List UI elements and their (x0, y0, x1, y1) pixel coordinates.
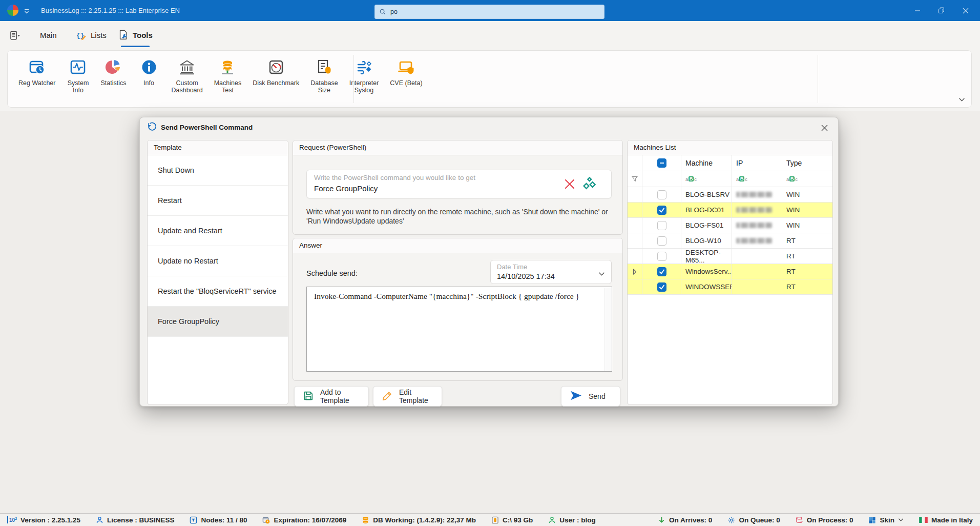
machine-row-windowsser[interactable]: WINDOWSSER...RT (628, 279, 832, 295)
send-button[interactable]: Send (561, 386, 620, 407)
machine-row-blog-blsrv[interactable]: BLOG-BLSRVWIN (628, 187, 832, 203)
request-helper-text: Write what you want to run directly on t… (306, 207, 614, 226)
machine-type: RT (782, 233, 832, 248)
machine-ip (732, 203, 782, 217)
tool-system-info[interactable]: System Info (61, 55, 95, 94)
add-to-template-button[interactable]: Add to Template (294, 386, 369, 407)
floppy-disk-icon (303, 390, 314, 403)
tool-machines-test[interactable]: Machines Test (208, 55, 247, 94)
dialog-close-icon[interactable] (818, 122, 831, 134)
machine-row-blog-dc01[interactable]: BLOG-DC01WIN (628, 203, 832, 218)
column-header-ip[interactable]: IP (732, 155, 782, 171)
filter-funnel-icon[interactable] (628, 171, 642, 187)
filter-type-cell[interactable]: aBc (782, 171, 832, 187)
tool-reg-watcher[interactable]: Reg Watcher (13, 55, 61, 87)
row-checkbox-cell[interactable] (642, 279, 681, 294)
row-checkbox[interactable] (657, 236, 666, 246)
status-license-business[interactable]: License : BUSINESS (96, 516, 174, 524)
tool-database-size[interactable]: Database Size (305, 55, 344, 94)
row-checkbox-cell[interactable] (642, 203, 681, 217)
button-label: Send (589, 392, 606, 400)
status-made-in-italy[interactable]: Made in Italy (919, 516, 973, 524)
tab-lists[interactable]: {} Lists (76, 23, 107, 48)
status-label: Made in Italy (931, 516, 973, 524)
machine-row-blog-fs01[interactable]: BLOG-FS01WIN (628, 218, 832, 233)
clear-icon[interactable] (564, 178, 575, 192)
status-user-blog[interactable]: User : blog (548, 516, 596, 524)
row-checkbox-cell[interactable] (642, 249, 681, 264)
generate-diamonds-icon[interactable] (582, 177, 597, 193)
answer-panel-header: Answer (293, 238, 622, 253)
status-nodes-11-80[interactable]: Nodes: 11 / 80 (190, 516, 247, 524)
template-item-shut-down[interactable]: Shut Down (148, 155, 288, 186)
tab-tools[interactable]: Tools (118, 23, 153, 48)
request-panel-header: Request (PowerShell) (293, 140, 622, 155)
machine-row-windowsserv[interactable]: WindowsServ...RT (628, 264, 832, 279)
edit-template-button[interactable]: Edit Template (373, 386, 442, 407)
template-item-label: Shut Down (158, 166, 194, 174)
row-checkbox[interactable] (657, 206, 666, 215)
answer-panel: Answer Schedule send: Date Time 14/10/20… (293, 238, 623, 381)
template-item-label: Force GroupPolicy (158, 317, 219, 326)
tool-statistics[interactable]: Statistics (95, 55, 132, 87)
powershell-command-input[interactable]: Write the PowerShell command you would l… (306, 170, 612, 198)
toolbar-separator (353, 55, 354, 103)
tool-disk-benchmark[interactable]: Disk Benchmark (247, 55, 305, 87)
row-checkbox[interactable] (657, 221, 666, 230)
pencil-icon (382, 390, 393, 403)
template-item-update-and-restart[interactable]: Update and Restart (148, 216, 288, 246)
status-skin[interactable]: Skin (868, 516, 904, 524)
machine-row-desktop-m65[interactable]: DESKTOP-M65...RT (628, 249, 832, 264)
select-all-checkbox[interactable] (657, 158, 666, 168)
restore-button[interactable] (929, 0, 953, 21)
minimize-button[interactable] (906, 0, 929, 21)
search-input[interactable] (374, 5, 604, 19)
template-item-update-no-restart[interactable]: Update no Restart (148, 246, 288, 276)
app-menu-button[interactable] (9, 23, 21, 48)
machine-ip (732, 279, 782, 294)
row-checkbox[interactable] (657, 282, 666, 292)
redacted-ip (736, 207, 772, 213)
machine-row-blog-w10[interactable]: BLOG-W10RT (628, 233, 832, 249)
tab-main[interactable]: Main (40, 23, 57, 48)
row-checkbox[interactable] (657, 190, 666, 199)
ribbon-collapse-chevron-icon[interactable] (958, 95, 965, 104)
status-on-process-0[interactable]: On Process: 0 (796, 516, 853, 524)
chevron-down-icon[interactable] (598, 269, 605, 278)
textarea-scrollbar[interactable] (604, 288, 611, 371)
status-c-93-gb[interactable]: C:\ 93 Gb (491, 516, 533, 524)
status-on-arrives-0[interactable]: On Arrives: 0 (658, 516, 712, 524)
tool-interpreter-syslog[interactable]: Interpreter Syslog (344, 55, 385, 94)
row-checkbox[interactable] (657, 252, 666, 261)
status-label: On Arrives: 0 (669, 516, 712, 524)
column-header-type[interactable]: Type (782, 155, 832, 171)
button-label: Add to Template (320, 388, 360, 404)
row-checkbox-cell[interactable] (642, 264, 681, 279)
row-indicator (628, 249, 642, 264)
tool-cve-beta[interactable]: CVE (Beta) (384, 55, 428, 87)
row-checkbox-cell[interactable] (642, 233, 681, 248)
column-header-machine[interactable]: Machine (681, 155, 732, 171)
template-item-restart[interactable]: Restart (148, 186, 288, 216)
status-on-queue-0[interactable]: On Queue: 0 (727, 516, 780, 524)
row-checkbox[interactable] (657, 267, 666, 276)
skin-squares-icon (868, 516, 876, 524)
command-textarea[interactable]: Invoke-Command -ComputerName "{macchina}… (306, 287, 612, 372)
machine-ip (732, 249, 782, 264)
close-window-button[interactable] (953, 0, 978, 21)
select-all-cell[interactable] (642, 155, 681, 171)
status-version-2-25-1-25[interactable]: 102Version : 2.25.1.25 (7, 516, 80, 524)
row-checkbox-cell[interactable] (642, 187, 681, 202)
machines-panel: Machines List Machine IP Type aBc aBc aB… (627, 140, 833, 405)
quick-access-chevron-icon[interactable] (24, 7, 30, 16)
status-expiration-16-07-2069[interactable]: Expiration: 16/07/2069 (262, 516, 346, 524)
tool-info[interactable]: Info (132, 55, 166, 87)
template-item-force-grouppolicy[interactable]: Force GroupPolicy (148, 307, 288, 337)
datetime-picker[interactable]: Date Time 14/10/2025 17:34 (490, 260, 612, 284)
row-checkbox-cell[interactable] (642, 218, 681, 233)
filter-machine-cell[interactable]: aBc (681, 171, 732, 187)
filter-ip-cell[interactable]: aBc (732, 171, 782, 187)
tool-custom-dashboard[interactable]: Custom Dashboard (166, 55, 208, 94)
template-item-restart-the-bloqservicert-service[interactable]: Restart the "BloqServiceRT" service (148, 276, 288, 307)
status-db-working-1-4-2-9-22-37-mb[interactable]: DB Working: (1.4.2.9): 22,37 Mb (362, 516, 476, 524)
